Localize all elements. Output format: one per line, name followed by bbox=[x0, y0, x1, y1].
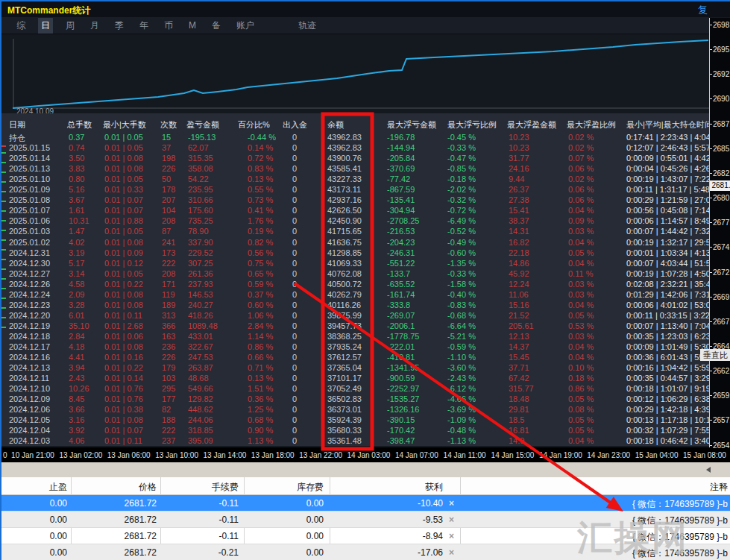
close-position-icon[interactable]: × bbox=[449, 515, 454, 525]
stats-row[interactable]: 2025.01.0610.310.01 | 0.88208735.251.76 … bbox=[1, 216, 709, 227]
stats-row[interactable]: 2024.12.182.840.01 | 0.06163433.011.14 %… bbox=[1, 332, 709, 342]
vertical-scale-button[interactable]: 垂直比 bbox=[700, 349, 730, 361]
stats-row[interactable]: 2024.12.043.920.01 | 0.07222318.850.90 %… bbox=[1, 426, 709, 436]
time-axis[interactable]: 010 Jan 21:0013 Jan 02:0013 Jan 06:0013 … bbox=[1, 447, 730, 462]
stats-row[interactable]: 2024.12.164.410.01 | 0.16226247.530.66 %… bbox=[1, 353, 709, 363]
stat-pnl: 48.68 bbox=[188, 374, 209, 383]
menu-item-季[interactable]: 季 bbox=[112, 18, 127, 34]
stat-lots: 3.67 bbox=[69, 195, 84, 204]
stat-pct: 0.37 % bbox=[248, 290, 273, 299]
stat-max-float-loss-pct: -6.12 % bbox=[447, 384, 476, 393]
restore-icon[interactable]: 复 bbox=[698, 4, 708, 17]
stats-row[interactable]: 2025.01.095.160.01 | 0.33178235.950.55 %… bbox=[1, 185, 709, 195]
menu-item-年[interactable]: 年 bbox=[136, 18, 151, 34]
time-axis-label: 13 Jan 06:00 bbox=[107, 451, 151, 459]
menu-item-月[interactable]: 月 bbox=[87, 18, 102, 34]
stats-row[interactable]: 2025.01.083.670.01 | 0.07207310.660.73 %… bbox=[1, 195, 709, 206]
stat-max-float-profit: 15.45 bbox=[509, 353, 529, 362]
stats-row[interactable]: 2024.12.034.060.01 | 0.11237395.091.13 %… bbox=[1, 436, 709, 446]
stats-row[interactable]: 2024.12.053.160.01 | 0.08188244.060.68 %… bbox=[1, 415, 709, 426]
stat-in-out: 0 bbox=[292, 290, 297, 299]
stat-in-out: 0 bbox=[292, 363, 297, 372]
stat-max-float-loss: -1326.16 bbox=[387, 405, 419, 414]
stat-max-float-loss-pct: -0.32 % bbox=[447, 195, 476, 204]
menu-item-账户[interactable]: 账户 bbox=[233, 18, 257, 34]
stat-count: 366 bbox=[162, 321, 175, 330]
stat-date: 2024.12.16 bbox=[9, 353, 50, 362]
stats-row[interactable]: 2025.01.071.610.01 | 0.07104175.600.41 %… bbox=[1, 206, 709, 216]
menu-item-备[interactable]: 备 bbox=[209, 18, 224, 34]
stat-pct: 0.14 % bbox=[248, 143, 273, 152]
position-row[interactable]: 0.002681.72-0.110.00-10.40{ 微信：174639578… bbox=[1, 495, 730, 512]
stat-count: 50 bbox=[162, 174, 171, 183]
stat-balance: 35680.33 bbox=[327, 426, 362, 435]
stats-row[interactable]: 2024.12.112.430.01 | 0.1410348.680.13 %0… bbox=[1, 374, 709, 384]
menu-item-M[interactable]: M bbox=[186, 19, 199, 32]
stats-row[interactable]: 持仓0.370.01 | 0.0515-195.13-0.44 %043962.… bbox=[1, 133, 709, 143]
collapse-arrow-icon[interactable] bbox=[706, 467, 711, 473]
stat-count: 87 bbox=[162, 227, 171, 236]
stats-row[interactable]: 2024.12.305.170.01 | 0.12222307.250.75 %… bbox=[1, 259, 709, 269]
stat-min-max-lots: 0.01 | 0.38 bbox=[104, 405, 143, 414]
stats-row[interactable]: 2024.12.242.090.01 | 0.08119146.530.37 %… bbox=[1, 290, 709, 301]
stat-max-float-profit: 18.5 bbox=[509, 415, 524, 424]
menu-item-币[interactable]: 币 bbox=[161, 18, 176, 34]
stats-row[interactable]: 2024.12.1010.260.01 | 0.76295549.661.51 … bbox=[1, 384, 709, 394]
positions-header-price[interactable]: 价格 bbox=[139, 481, 157, 494]
menu-item-轨迹[interactable]: 轨迹 bbox=[295, 18, 319, 34]
stats-row[interactable]: 2025.01.031.470.01 | 0.058778.900.19 %04… bbox=[1, 227, 709, 237]
stats-row[interactable]: 2025.01.150.740.01 | 0.053762.070.14 %04… bbox=[1, 143, 709, 154]
stat-in-out: 0 bbox=[292, 174, 297, 183]
menu-item-综[interactable]: 综 bbox=[13, 18, 28, 34]
positions-header-tp[interactable]: 止盈 bbox=[49, 481, 67, 494]
positions-header-commission[interactable]: 手续费 bbox=[212, 481, 239, 494]
stat-max-float-loss-pct: -4.66 % bbox=[447, 394, 476, 403]
stats-row[interactable]: 2025.01.100.800.01 | 0.055054.220.13 %04… bbox=[1, 174, 709, 185]
stats-row[interactable]: 2024.12.133.940.01 | 0.22179263.870.71 %… bbox=[1, 363, 709, 374]
positions-header-comment[interactable]: 注释 bbox=[710, 481, 728, 494]
position-price: 2681.72 bbox=[125, 515, 157, 525]
stat-lots: 0.80 bbox=[69, 174, 84, 183]
stats-row[interactable]: 2024.12.264.580.01 | 0.22171237.930.59 %… bbox=[1, 280, 709, 290]
stat-pnl: 244.06 bbox=[188, 415, 213, 424]
stats-row[interactable]: 2025.01.143.500.01 | 0.08198315.350.72 %… bbox=[1, 154, 709, 164]
menu-item-日[interactable]: 日 bbox=[38, 18, 53, 34]
stat-count: 163 bbox=[162, 332, 175, 341]
stat-count: 207 bbox=[162, 195, 175, 204]
close-position-icon[interactable]: × bbox=[449, 531, 454, 541]
stats-row[interactable]: 2024.12.098.450.01 | 0.76177129.820.36 %… bbox=[1, 394, 709, 405]
stat-hold-time: 0:00:19 | 1:32:17 | 29:54:05 bbox=[626, 238, 709, 247]
stat-balance: 41069.33 bbox=[327, 259, 362, 268]
position-profit: -10.40 bbox=[418, 498, 443, 509]
panel-splitter[interactable] bbox=[1, 462, 730, 477]
stats-row[interactable]: 2024.12.063.660.01 | 0.3882448.621.25 %0… bbox=[1, 405, 709, 415]
stat-lots: 3.16 bbox=[69, 415, 84, 424]
stat-max-float-profit: 16.82 bbox=[509, 238, 529, 247]
positions-header-swap[interactable]: 库存费 bbox=[297, 481, 324, 494]
stat-count: 208 bbox=[162, 269, 175, 278]
stats-row[interactable]: 2025.01.024.020.01 | 0.08241337.900.82 %… bbox=[1, 238, 709, 248]
stats-row[interactable]: 2025.01.133.830.01 | 0.08226358.080.83 %… bbox=[1, 164, 709, 174]
stats-row[interactable]: 2024.12.174.180.01 | 0.08236322.670.86 %… bbox=[1, 342, 709, 353]
stat-in-out: 0 bbox=[292, 238, 297, 247]
stat-max-float-loss: -370.69 bbox=[387, 164, 415, 173]
stat-pnl: 395.09 bbox=[188, 436, 213, 445]
stat-hold-time: 0:00:35 | 1:23:03 | 6:23:12 bbox=[626, 332, 709, 341]
stats-row[interactable]: 2024.12.1935.100.01 | 2.683661089.482.84… bbox=[1, 321, 709, 332]
stats-row[interactable]: 2024.12.206.010.01 | 0.11313418.261.06 %… bbox=[1, 311, 709, 321]
close-position-icon[interactable]: × bbox=[449, 498, 454, 509]
menu-item-周[interactable]: 周 bbox=[63, 18, 78, 34]
close-position-icon[interactable]: × bbox=[449, 547, 454, 558]
stat-in-out: 0 bbox=[292, 415, 297, 424]
stat-in-out: 0 bbox=[292, 185, 297, 194]
stats-row[interactable]: 2024.12.233.280.01 | 0.08189240.270.60 %… bbox=[1, 301, 709, 311]
positions-header-profit[interactable]: 获利 bbox=[425, 481, 443, 494]
price-scale[interactable]: 2681. 2698.2695.2692.2690.2687.2685.2682… bbox=[709, 18, 730, 447]
stat-min-max-lots: 0.01 | 0.09 bbox=[104, 248, 143, 257]
stats-row[interactable]: 2024.12.273.140.01 | 0.05208261.360.65 %… bbox=[1, 269, 709, 280]
stat-max-float-profit-pct: 0.03 % bbox=[568, 290, 594, 299]
stat-in-out: 0 bbox=[292, 248, 297, 257]
stat-max-float-loss: -2006.1 bbox=[387, 321, 415, 330]
time-axis-label: 14 Jan 15:00 bbox=[491, 451, 535, 459]
stats-row[interactable]: 2024.12.313.190.01 | 0.09173229.520.56 %… bbox=[1, 248, 709, 259]
